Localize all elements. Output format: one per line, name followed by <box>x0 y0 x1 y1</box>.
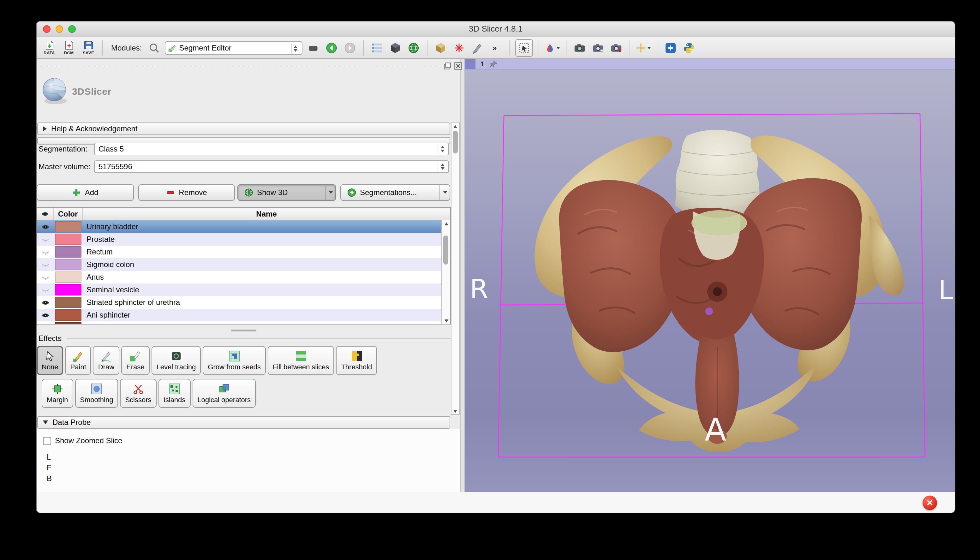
panel-grip[interactable] <box>40 66 438 66</box>
segment-row[interactable]: Rectum <box>37 246 442 258</box>
save-scene-button-label: SAVE <box>83 50 94 55</box>
color-swatch[interactable] <box>55 297 82 308</box>
color-tool-button[interactable] <box>545 40 560 56</box>
color-swatch[interactable] <box>55 322 82 324</box>
show-3d-dropdown[interactable] <box>325 185 335 200</box>
capture-cube-button[interactable] <box>433 40 448 56</box>
module-selector[interactable]: Segment Editor <box>165 41 302 55</box>
annotate-marker-button[interactable] <box>470 40 485 56</box>
visibility-on-icon[interactable] <box>41 299 50 306</box>
segment-row[interactable]: Sigmoid colon <box>37 258 442 271</box>
screenshot-button[interactable] <box>572 40 587 56</box>
master-volume-select[interactable]: 51755596 <box>94 160 449 173</box>
segment-row[interactable]: Anus <box>37 271 442 283</box>
color-swatch[interactable] <box>55 284 82 295</box>
threed-viewport[interactable]: R L A <box>465 70 955 492</box>
remove-segment-button[interactable]: Remove <box>138 184 235 201</box>
view-cube-button[interactable] <box>387 40 403 56</box>
visibility-on-icon[interactable] <box>41 223 50 230</box>
segmentations-dropdown[interactable] <box>440 185 450 200</box>
segment-row[interactable]: Striated sphincter of urethra <box>37 296 442 309</box>
anatomy-render <box>535 130 904 452</box>
toolbar-overflow-chevron[interactable]: » <box>488 40 503 56</box>
segment-row[interactable]: Prostate <box>37 233 442 246</box>
table-resize-handle[interactable] <box>231 330 257 332</box>
panel-scrollbar[interactable] <box>451 122 460 415</box>
slicer-logo-icon <box>39 76 70 106</box>
effect-islands-button[interactable]: Islands <box>158 379 191 408</box>
effect-logical-operators-button[interactable]: Logical operators <box>192 379 256 408</box>
color-swatch[interactable] <box>55 272 82 283</box>
probe-axis-b: B <box>47 473 52 484</box>
effect-scissors-button[interactable]: Scissors <box>120 379 156 408</box>
table-scrollbar-thumb[interactable] <box>443 235 448 265</box>
sceneview-restore-button[interactable] <box>608 40 623 56</box>
title-bar[interactable]: 3D Slicer 4.8.1 <box>37 22 955 37</box>
segmentations-button[interactable]: Segmentations... <box>340 184 450 201</box>
color-swatch[interactable] <box>55 233 82 245</box>
layout-selector-button[interactable] <box>369 40 384 56</box>
save-scene-button[interactable]: SAVE <box>80 39 97 57</box>
visibility-on-icon[interactable] <box>41 312 50 318</box>
extensions-button[interactable] <box>663 40 678 56</box>
minimize-window-button[interactable] <box>55 25 63 33</box>
segmentation-select[interactable]: Class 5 <box>94 143 449 155</box>
undock-panel-icon[interactable] <box>443 62 452 70</box>
effect-level-tracing-button[interactable]: Level tracing <box>152 346 201 375</box>
scene-snapshot-button[interactable] <box>451 40 466 56</box>
load-data-button[interactable]: DATA <box>41 39 57 57</box>
data-probe-section[interactable]: Data Probe <box>37 416 450 429</box>
segment-row[interactable]: Urinary bladder <box>37 220 442 233</box>
segment-row-partial[interactable] <box>37 322 442 324</box>
table-scrollbar[interactable] <box>442 220 450 324</box>
effect-draw-button[interactable]: Draw <box>93 346 119 375</box>
visibility-off-icon[interactable] <box>41 286 50 293</box>
error-log-button[interactable]: ✕ <box>923 496 937 510</box>
effect-margin-button[interactable]: Margin <box>42 379 73 408</box>
show-3d-button[interactable]: Show 3D <box>237 184 336 201</box>
scroll-down-icon[interactable] <box>452 408 459 414</box>
effect-smoothing-button[interactable]: Smoothing <box>75 379 118 408</box>
color-swatch[interactable] <box>55 259 82 270</box>
effect-none-button[interactable]: None <box>37 346 63 375</box>
color-swatch[interactable] <box>55 309 82 321</box>
crosshair-button[interactable] <box>635 40 651 56</box>
effect-paint-button[interactable]: Paint <box>65 346 91 375</box>
visibility-off-icon[interactable] <box>41 261 50 268</box>
panel-scrollbar-thumb[interactable] <box>453 131 458 153</box>
scroll-down-icon[interactable] <box>442 318 450 324</box>
mouse-mode-button[interactable] <box>515 39 533 57</box>
color-swatch[interactable] <box>55 246 82 258</box>
close-panel-icon[interactable] <box>454 62 462 70</box>
add-segment-button[interactable]: Add <box>37 184 134 201</box>
back-button[interactable] <box>323 40 339 56</box>
panel-splitter[interactable] <box>460 59 465 492</box>
view-controller-bar[interactable]: 1 <box>465 59 955 70</box>
visibility-off-icon[interactable] <box>41 236 50 243</box>
effect-fill-between-slices-button[interactable]: Fill between slices <box>268 346 334 375</box>
visibility-off-icon[interactable] <box>41 274 50 281</box>
view-color-square[interactable] <box>465 59 475 69</box>
scroll-up-icon[interactable] <box>452 123 459 130</box>
module-search-icon[interactable] <box>146 40 161 56</box>
effect-threshold-button[interactable]: Threshold <box>336 346 377 375</box>
draw-icon <box>100 350 112 362</box>
scroll-up-icon[interactable] <box>442 220 450 227</box>
effect-erase-button[interactable]: Erase <box>121 346 150 375</box>
visibility-off-icon[interactable] <box>41 248 50 255</box>
zoom-window-button[interactable] <box>68 25 76 33</box>
segment-row[interactable]: Seminal vesicle <box>37 283 442 296</box>
pin-icon[interactable] <box>489 60 498 68</box>
color-swatch[interactable] <box>55 221 82 232</box>
import-dicom-button[interactable]: DCM <box>61 39 77 57</box>
segment-row[interactable]: Ani sphincter <box>37 309 442 322</box>
show-3d-globe-button[interactable] <box>406 40 421 56</box>
python-console-button[interactable] <box>681 40 696 56</box>
forward-button[interactable] <box>342 40 357 56</box>
close-window-button[interactable] <box>43 25 50 33</box>
show-zoomed-slice-checkbox[interactable] <box>43 437 51 445</box>
sceneview-add-button[interactable] <box>590 40 605 56</box>
module-history-icon[interactable] <box>305 40 320 56</box>
help-acknowledgement-section[interactable]: Help & Acknowledgement <box>37 122 450 135</box>
effect-grow-from-seeds-button[interactable]: Grow from seeds <box>203 346 266 375</box>
